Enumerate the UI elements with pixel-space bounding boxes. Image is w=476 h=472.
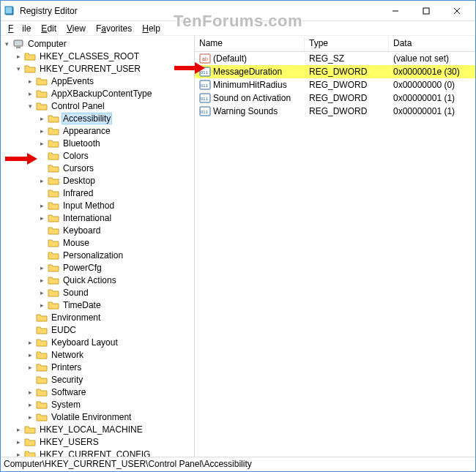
menu-favorites[interactable]: Favorites bbox=[92, 23, 136, 34]
chevron-right-icon[interactable]: ▸ bbox=[37, 139, 46, 148]
chevron-right-icon[interactable]: ▸ bbox=[26, 388, 34, 397]
chevron-right-icon[interactable]: ▸ bbox=[37, 114, 46, 123]
chevron-right-icon[interactable]: ▸ bbox=[14, 450, 23, 457]
value-type: REG_DWORD bbox=[305, 66, 389, 78]
tree-node-input[interactable]: ▸Input Method bbox=[37, 199, 194, 211]
maximize-button[interactable] bbox=[411, 1, 442, 21]
list-row[interactable]: 011Sound on ActivationREG_DWORD0x0000000… bbox=[195, 91, 475, 105]
chevron-right-icon[interactable]: ▸ bbox=[37, 263, 46, 272]
tree-label: Software bbox=[50, 387, 87, 397]
tree-node-hklm[interactable]: ▸HKEY_LOCAL_MACHINE bbox=[14, 423, 194, 435]
tree-label: Computer bbox=[26, 39, 68, 49]
menu-file[interactable]: File bbox=[4, 23, 35, 34]
chevron-right-icon[interactable]: ▸ bbox=[37, 214, 46, 222]
tree-node-sys[interactable]: ▸System bbox=[26, 398, 194, 411]
tree-node-hkcr[interactable]: ▸ HKEY_CLASSES_ROOT bbox=[14, 50, 194, 62]
tree-node-mouse[interactable]: Mouse bbox=[37, 236, 194, 249]
chevron-right-icon[interactable]: ▸ bbox=[26, 89, 34, 98]
chevron-right-icon[interactable]: ▸ bbox=[37, 301, 46, 310]
window-title: Registry Editor bbox=[20, 6, 78, 16]
tree-node-intl[interactable]: ▸International bbox=[37, 211, 194, 224]
chevron-right-icon[interactable]: ▸ bbox=[37, 176, 46, 185]
list-pane[interactable]: Name Type Data ab(Default)REG_SZ(value n… bbox=[195, 36, 475, 457]
tree-node-cursors[interactable]: Cursors bbox=[37, 162, 194, 174]
dword-value-icon: 011 bbox=[199, 105, 211, 117]
folder-icon bbox=[36, 387, 48, 397]
tree-node-sec[interactable]: Security bbox=[26, 373, 194, 386]
tree-label: Cursors bbox=[62, 163, 95, 173]
tree-node-hkcu[interactable]: ▾ HKEY_CURRENT_USER bbox=[14, 62, 194, 75]
value-data: 0x0000001e (30) bbox=[389, 66, 475, 78]
tree-node-sw[interactable]: ▸Software bbox=[26, 386, 194, 398]
tree-label: PowerCfg bbox=[62, 263, 103, 273]
chevron-right-icon[interactable]: ▸ bbox=[14, 438, 23, 446]
chevron-right-icon[interactable]: ▸ bbox=[26, 338, 34, 347]
folder-icon bbox=[24, 64, 36, 74]
chevron-right-icon[interactable]: ▸ bbox=[37, 127, 46, 135]
dword-value-icon: 011 bbox=[199, 92, 211, 104]
chevron-down-icon[interactable]: ▾ bbox=[2, 40, 11, 48]
chevron-right-icon[interactable]: ▸ bbox=[26, 400, 34, 409]
tree-node-td[interactable]: ▸TimeDate bbox=[37, 299, 194, 311]
value-name: Warning Sounds bbox=[213, 106, 278, 116]
tree-node-pwr[interactable]: ▸PowerCfg bbox=[37, 261, 194, 274]
tree-node-keyb[interactable]: Keyboard bbox=[37, 224, 194, 236]
computer-icon bbox=[12, 39, 24, 49]
tree-node-kbl[interactable]: ▸Keyboard Layout bbox=[26, 336, 194, 348]
value-data: (value not set) bbox=[389, 53, 475, 64]
tree-pane[interactable]: ▾ Computer ▸ HKEY_CLASSES_ROOT bbox=[1, 36, 195, 457]
list-row[interactable]: ab(Default)REG_SZ(value not set) bbox=[195, 52, 475, 65]
tree-node-access[interactable]: ▸Accessibility bbox=[37, 112, 194, 124]
tree-node-hku[interactable]: ▸HKEY_USERS bbox=[14, 435, 194, 448]
minimize-button[interactable] bbox=[380, 1, 411, 21]
chevron-right-icon[interactable]: ▸ bbox=[14, 52, 23, 61]
tree-node-vol[interactable]: ▸Volatile Environment bbox=[26, 411, 194, 423]
column-header-data[interactable]: Data bbox=[389, 36, 475, 51]
tree-node-appear[interactable]: ▸Appearance bbox=[37, 124, 194, 137]
list-row[interactable]: 011Warning SoundsREG_DWORD0x00000001 (1) bbox=[195, 105, 475, 118]
value-data: 0x00000000 (0) bbox=[389, 79, 475, 91]
folder-icon bbox=[48, 288, 59, 298]
tree-node-computer[interactable]: ▾ Computer bbox=[2, 37, 194, 50]
chevron-right-icon[interactable]: ▸ bbox=[14, 425, 23, 434]
tree-node-appevents[interactable]: ▸AppEvents bbox=[26, 75, 194, 87]
column-header-type[interactable]: Type bbox=[305, 36, 389, 51]
svg-rect-7 bbox=[16, 47, 21, 48]
tree-node-infra[interactable]: Infrared bbox=[37, 187, 194, 199]
chevron-right-icon[interactable]: ▸ bbox=[37, 288, 46, 297]
tree-node-hkcc[interactable]: ▸HKEY_CURRENT_CONFIG bbox=[14, 448, 194, 457]
chevron-down-icon[interactable]: ▾ bbox=[26, 102, 34, 110]
tree-node-cp[interactable]: ▾Control Panel bbox=[26, 100, 194, 112]
tree-node-sound[interactable]: ▸Sound bbox=[37, 286, 194, 299]
chevron-right-icon[interactable]: ▸ bbox=[26, 363, 34, 372]
chevron-right-icon[interactable]: ▸ bbox=[26, 413, 34, 422]
menu-view[interactable]: View bbox=[62, 23, 90, 34]
menu-help[interactable]: Help bbox=[138, 23, 165, 34]
tree-label: AppEvents bbox=[50, 76, 95, 86]
chevron-right-icon[interactable]: ▸ bbox=[26, 351, 34, 359]
tree-node-qa[interactable]: ▸Quick Actions bbox=[37, 274, 194, 286]
list-row[interactable]: 011MessageDurationREG_DWORD0x0000001e (3… bbox=[195, 65, 475, 78]
value-name: (Default) bbox=[213, 53, 247, 64]
close-button[interactable] bbox=[442, 1, 472, 21]
folder-icon bbox=[36, 312, 48, 323]
tree-node-colors[interactable]: Colors bbox=[37, 149, 194, 162]
tree-node-eudc[interactable]: EUDC bbox=[26, 323, 194, 336]
tree-node-desktop[interactable]: ▸Desktop bbox=[37, 174, 194, 187]
tree-node-prn[interactable]: ▸Printers bbox=[26, 361, 194, 373]
tree-node-env[interactable]: Environment bbox=[26, 311, 194, 323]
tree-label: System bbox=[50, 400, 82, 410]
list-row[interactable]: 011MinimumHitRadiusREG_DWORD0x00000000 (… bbox=[195, 78, 475, 91]
chevron-right-icon[interactable]: ▸ bbox=[37, 276, 46, 285]
chevron-right-icon[interactable]: ▸ bbox=[37, 201, 46, 210]
tree-node-pers[interactable]: Personalization bbox=[37, 249, 194, 261]
chevron-down-icon[interactable]: ▾ bbox=[14, 64, 23, 73]
tree-node-bt[interactable]: ▸Bluetooth bbox=[37, 137, 194, 149]
tree-node-appx[interactable]: ▸AppXBackupContentType bbox=[26, 87, 194, 100]
tree-node-net[interactable]: ▸Network bbox=[26, 348, 194, 361]
menu-edit[interactable]: Edit bbox=[37, 23, 61, 34]
tree-label: Colors bbox=[62, 151, 90, 161]
column-header-name[interactable]: Name bbox=[195, 36, 305, 51]
value-name: Sound on Activation bbox=[213, 93, 291, 103]
chevron-right-icon[interactable]: ▸ bbox=[26, 77, 34, 86]
